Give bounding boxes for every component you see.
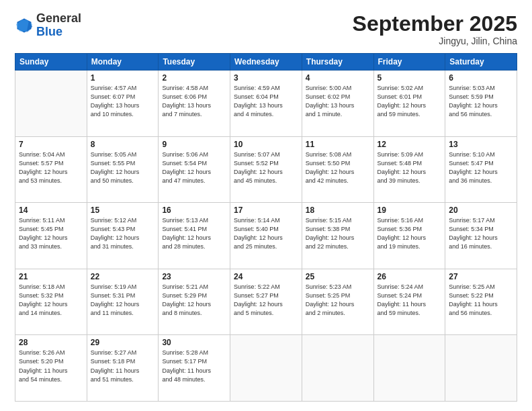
- calendar-cell: [373, 335, 445, 402]
- day-number: 21: [19, 272, 83, 281]
- calendar-week-row: 21Sunrise: 5:18 AMSunset: 5:32 PMDayligh…: [15, 269, 517, 335]
- day-info: Sunrise: 5:24 AMSunset: 5:24 PMDaylight:…: [378, 283, 442, 318]
- day-info: Sunrise: 5:14 AMSunset: 5:40 PMDaylight:…: [234, 216, 298, 251]
- calendar-cell: 11Sunrise: 5:08 AMSunset: 5:50 PMDayligh…: [302, 136, 373, 203]
- calendar-cell: 17Sunrise: 5:14 AMSunset: 5:40 PMDayligh…: [230, 203, 302, 269]
- calendar-cell: 3Sunrise: 4:59 AMSunset: 6:04 PMDaylight…: [230, 71, 302, 137]
- day-info: Sunrise: 5:02 AMSunset: 6:01 PMDaylight:…: [378, 84, 442, 119]
- day-number: 11: [306, 140, 370, 149]
- day-info: Sunrise: 5:26 AMSunset: 5:20 PMDaylight:…: [19, 349, 83, 383]
- day-info: Sunrise: 5:19 AMSunset: 5:31 PMDaylight:…: [91, 283, 155, 318]
- day-info: Sunrise: 5:03 AMSunset: 5:59 PMDaylight:…: [449, 84, 513, 119]
- day-info: Sunrise: 4:58 AMSunset: 6:06 PMDaylight:…: [162, 84, 226, 119]
- day-number: 2: [162, 73, 226, 83]
- day-number: 25: [306, 272, 370, 281]
- calendar-cell: 29Sunrise: 5:27 AMSunset: 5:18 PMDayligh…: [87, 335, 159, 402]
- calendar-cell: [230, 335, 302, 402]
- day-number: 1: [91, 73, 155, 83]
- day-info: Sunrise: 5:28 AMSunset: 5:17 PMDaylight:…: [162, 349, 226, 383]
- day-info: Sunrise: 5:27 AMSunset: 5:18 PMDaylight:…: [91, 349, 155, 383]
- day-number: 26: [378, 272, 442, 281]
- page: General Blue September 2025 Jingyu, Jili…: [0, 0, 532, 411]
- day-info: Sunrise: 5:13 AMSunset: 5:41 PMDaylight:…: [162, 216, 226, 251]
- day-info: Sunrise: 5:21 AMSunset: 5:29 PMDaylight:…: [162, 283, 226, 318]
- day-info: Sunrise: 5:10 AMSunset: 5:47 PMDaylight:…: [449, 150, 513, 185]
- day-info: Sunrise: 5:05 AMSunset: 5:55 PMDaylight:…: [91, 150, 155, 185]
- day-number: 3: [234, 73, 298, 83]
- day-info: Sunrise: 5:09 AMSunset: 5:48 PMDaylight:…: [378, 150, 442, 185]
- day-info: Sunrise: 5:06 AMSunset: 5:54 PMDaylight:…: [162, 150, 226, 185]
- day-number: 10: [234, 140, 298, 149]
- calendar-cell: 28Sunrise: 5:26 AMSunset: 5:20 PMDayligh…: [15, 335, 87, 402]
- day-number: 18: [306, 205, 370, 215]
- day-info: Sunrise: 5:23 AMSunset: 5:25 PMDaylight:…: [306, 283, 370, 318]
- calendar-cell: 19Sunrise: 5:16 AMSunset: 5:36 PMDayligh…: [373, 203, 445, 269]
- day-number: 15: [91, 205, 155, 215]
- day-info: Sunrise: 5:08 AMSunset: 5:50 PMDaylight:…: [306, 150, 370, 185]
- calendar-cell: 22Sunrise: 5:19 AMSunset: 5:31 PMDayligh…: [87, 269, 159, 335]
- calendar-cell: 1Sunrise: 4:57 AMSunset: 6:07 PMDaylight…: [87, 71, 159, 137]
- calendar-cell: [445, 335, 517, 402]
- calendar-week-row: 14Sunrise: 5:11 AMSunset: 5:45 PMDayligh…: [15, 203, 517, 269]
- day-number: 19: [378, 205, 442, 215]
- calendar-cell: 4Sunrise: 5:00 AMSunset: 6:02 PMDaylight…: [302, 71, 373, 137]
- day-number: 24: [234, 272, 298, 281]
- calendar-week-row: 1Sunrise: 4:57 AMSunset: 6:07 PMDaylight…: [15, 71, 517, 137]
- day-number: 20: [449, 205, 513, 215]
- day-number: 7: [19, 140, 83, 149]
- calendar-cell: 21Sunrise: 5:18 AMSunset: 5:32 PMDayligh…: [15, 269, 87, 335]
- logo-general-text: General: [36, 11, 81, 25]
- calendar-week-row: 28Sunrise: 5:26 AMSunset: 5:20 PMDayligh…: [15, 335, 517, 402]
- weekday-header: Wednesday: [230, 54, 302, 71]
- day-info: Sunrise: 5:00 AMSunset: 6:02 PMDaylight:…: [306, 84, 370, 119]
- day-number: 12: [378, 140, 442, 149]
- logo-icon: [15, 16, 34, 35]
- header: General Blue September 2025 Jingyu, Jili…: [15, 12, 517, 46]
- calendar-cell: 13Sunrise: 5:10 AMSunset: 5:47 PMDayligh…: [445, 136, 517, 203]
- logo-text: General Blue: [36, 12, 81, 39]
- calendar-cell: 9Sunrise: 5:06 AMSunset: 5:54 PMDaylight…: [159, 136, 230, 203]
- calendar-cell: 15Sunrise: 5:12 AMSunset: 5:43 PMDayligh…: [87, 203, 159, 269]
- day-number: 30: [162, 338, 226, 347]
- calendar-cell: 18Sunrise: 5:15 AMSunset: 5:38 PMDayligh…: [302, 203, 373, 269]
- calendar-cell: 24Sunrise: 5:22 AMSunset: 5:27 PMDayligh…: [230, 269, 302, 335]
- weekday-header: Friday: [373, 54, 445, 71]
- day-info: Sunrise: 5:16 AMSunset: 5:36 PMDaylight:…: [378, 216, 442, 251]
- calendar-cell: 25Sunrise: 5:23 AMSunset: 5:25 PMDayligh…: [302, 269, 373, 335]
- calendar-cell: 5Sunrise: 5:02 AMSunset: 6:01 PMDaylight…: [373, 71, 445, 137]
- weekday-header: Thursday: [302, 54, 373, 71]
- calendar-cell: 20Sunrise: 5:17 AMSunset: 5:34 PMDayligh…: [445, 203, 517, 269]
- weekday-header: Saturday: [445, 54, 517, 71]
- day-info: Sunrise: 4:59 AMSunset: 6:04 PMDaylight:…: [234, 84, 298, 119]
- calendar-cell: 30Sunrise: 5:28 AMSunset: 5:17 PMDayligh…: [159, 335, 230, 402]
- day-number: 9: [162, 140, 226, 149]
- location-subtitle: Jingyu, Jilin, China: [353, 36, 517, 46]
- day-number: 8: [91, 140, 155, 149]
- day-number: 22: [91, 272, 155, 281]
- day-number: 5: [378, 73, 442, 83]
- logo: General Blue: [15, 12, 81, 39]
- calendar-week-row: 7Sunrise: 5:04 AMSunset: 5:57 PMDaylight…: [15, 136, 517, 203]
- day-number: 14: [19, 205, 83, 215]
- day-info: Sunrise: 5:07 AMSunset: 5:52 PMDaylight:…: [234, 150, 298, 185]
- day-info: Sunrise: 5:22 AMSunset: 5:27 PMDaylight:…: [234, 283, 298, 318]
- day-info: Sunrise: 4:57 AMSunset: 6:07 PMDaylight:…: [91, 84, 155, 119]
- day-number: 28: [19, 338, 83, 347]
- calendar-cell: 16Sunrise: 5:13 AMSunset: 5:41 PMDayligh…: [159, 203, 230, 269]
- calendar-cell: [15, 71, 87, 137]
- day-info: Sunrise: 5:12 AMSunset: 5:43 PMDaylight:…: [91, 216, 155, 251]
- day-number: 23: [162, 272, 226, 281]
- calendar-cell: 14Sunrise: 5:11 AMSunset: 5:45 PMDayligh…: [15, 203, 87, 269]
- logo-blue-text: Blue: [36, 25, 62, 38]
- day-number: 29: [91, 338, 155, 347]
- day-info: Sunrise: 5:11 AMSunset: 5:45 PMDaylight:…: [19, 216, 83, 251]
- calendar-cell: 6Sunrise: 5:03 AMSunset: 5:59 PMDaylight…: [445, 71, 517, 137]
- day-number: 16: [162, 205, 226, 215]
- calendar-cell: 2Sunrise: 4:58 AMSunset: 6:06 PMDaylight…: [159, 71, 230, 137]
- day-number: 17: [234, 205, 298, 215]
- calendar-cell: 12Sunrise: 5:09 AMSunset: 5:48 PMDayligh…: [373, 136, 445, 203]
- calendar-cell: 23Sunrise: 5:21 AMSunset: 5:29 PMDayligh…: [159, 269, 230, 335]
- calendar-table: SundayMondayTuesdayWednesdayThursdayFrid…: [15, 53, 517, 402]
- calendar-cell: 8Sunrise: 5:05 AMSunset: 5:55 PMDaylight…: [87, 136, 159, 203]
- day-number: 27: [449, 272, 513, 281]
